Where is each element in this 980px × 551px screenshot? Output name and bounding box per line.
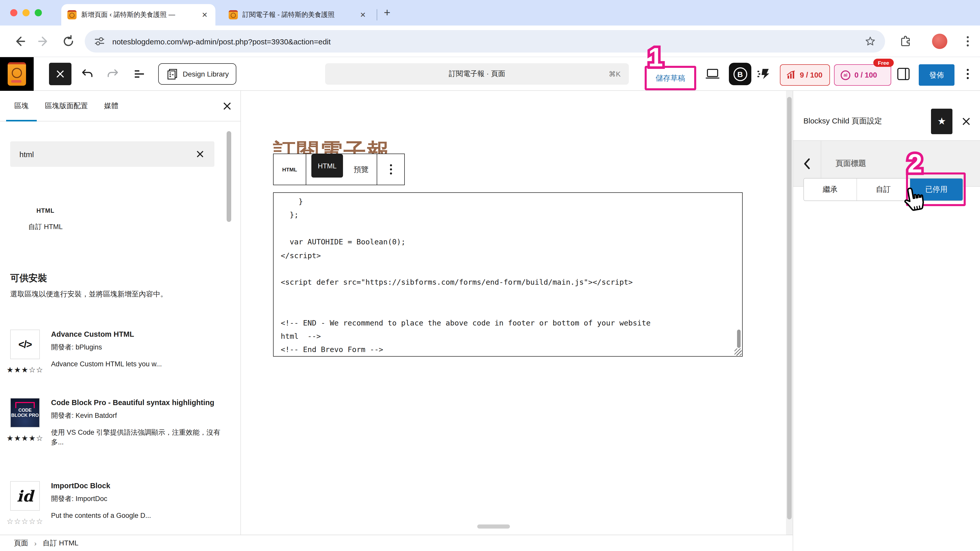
tab-title: 新增頁面 ‹ 諾特斯的美食護照 — <box>81 10 196 19</box>
redo-icon[interactable] <box>106 67 119 81</box>
browser-tab-inactive[interactable]: 訂閱電子報 - 諾特斯的美食護照 ✕ <box>223 4 374 25</box>
close-window-button[interactable] <box>10 9 18 16</box>
breadcrumb-separator-icon: › <box>34 539 37 547</box>
block-toolbar: HTML HTML 預覽 <box>273 154 405 185</box>
tab-close-icon[interactable]: ✕ <box>358 11 368 19</box>
undo-icon[interactable] <box>81 67 94 81</box>
block-options-icon[interactable] <box>377 154 404 185</box>
canvas-horizontal-scrollbar[interactable] <box>477 524 510 529</box>
browser-navbar: notesblogdemo.com/wp-admin/post.php?post… <box>0 25 980 57</box>
html-code-editor[interactable]: } }; var AUTOHIDE = Boolean(0); </script… <box>273 192 743 357</box>
reload-icon[interactable] <box>61 34 76 48</box>
settings-panel-toggle-icon[interactable] <box>897 68 910 80</box>
plugin-card-code-block-pro[interactable]: CODE BLOCK PRO ★★★★☆ Code Block Pro - Be… <box>10 398 221 447</box>
breadcrumb-root[interactable]: 頁面 <box>14 538 28 548</box>
textarea-resize-handle[interactable] <box>735 348 741 356</box>
block-result-label: 自訂 HTML <box>28 222 63 232</box>
editor-options-icon[interactable] <box>962 67 974 81</box>
command-center-button[interactable]: 訂閱電子報 · 頁面 ⌘K <box>325 63 629 85</box>
site-favicon-icon <box>229 10 238 19</box>
canvas-scrollbar-thumb[interactable] <box>787 97 792 519</box>
settings-close-icon[interactable] <box>961 116 972 127</box>
option-inherit[interactable]: 繼承 <box>804 179 857 200</box>
command-shortcut: ⌘K <box>609 70 620 78</box>
breadcrumb-current[interactable]: 自訂 HTML <box>43 538 78 548</box>
window-controls <box>10 9 42 16</box>
ai-score-badge[interactable]: ai 0 / 100 Free <box>834 64 891 86</box>
plugin-card-advance-custom-html[interactable]: </> ★★★☆☆ Advance Custom HTML 開發者: bPlug… <box>10 330 221 375</box>
design-library-button[interactable]: Design Library <box>158 63 237 85</box>
plugin-author: 開發者: bPlugins <box>51 343 162 352</box>
pin-star-button[interactable]: ★ <box>931 108 953 134</box>
ai-score-value: 0 / 100 <box>854 71 877 79</box>
plugin-description: Put the contents of a Google D... <box>51 511 151 520</box>
publish-button[interactable]: 發佈 <box>919 64 955 86</box>
tab-close-icon[interactable]: ✕ <box>200 11 209 19</box>
section-title: 頁面標題 <box>835 159 866 168</box>
browser-tab-strip: 新增頁面 ‹ 諾特斯的美食護照 — ✕ 訂閱電子報 - 諾特斯的美食護照 ✕ + <box>0 0 980 25</box>
inserter-close-icon[interactable] <box>221 100 233 112</box>
block-search-input[interactable]: html <box>10 141 215 167</box>
close-editor-button[interactable] <box>49 63 72 85</box>
tab-patterns[interactable]: 區塊版面配置 <box>37 91 96 121</box>
html-block-icon: HTML <box>37 207 55 214</box>
plugin-author: 開發者: ImportDoc <box>51 494 151 503</box>
url-bar[interactable]: notesblogdemo.com/wp-admin/post.php?post… <box>85 30 885 52</box>
inserter-scrollbar[interactable] <box>227 131 231 222</box>
plugin-card-importdoc[interactable]: id ☆☆☆☆☆ ImportDoc Block 開發者: ImportDoc … <box>10 481 221 526</box>
new-tab-button[interactable]: + <box>384 6 390 19</box>
tab-media[interactable]: 媒體 <box>96 91 127 121</box>
bookmark-star-icon[interactable] <box>865 36 876 47</box>
plugin-description: Advance Custom HTML lets you w... <box>51 359 162 369</box>
block-result-custom-html[interactable]: HTML 自訂 HTML <box>12 191 79 248</box>
rating-stars: ☆☆☆☆☆ <box>6 517 44 526</box>
back-icon[interactable] <box>12 34 27 48</box>
tune-icon[interactable] <box>94 36 105 47</box>
document-title: 訂閱電子報 · 頁面 <box>449 69 505 79</box>
plugin-name: Code Block Pro - Beautiful syntax highli… <box>51 398 221 408</box>
forward-icon[interactable] <box>37 34 51 48</box>
preview-device-icon[interactable] <box>705 67 720 81</box>
free-badge: Free <box>873 59 894 67</box>
preview-mode-tab[interactable]: 預覽 <box>345 154 377 185</box>
speed-optimizer-icon[interactable] <box>756 67 771 81</box>
editor-toolbar: Design Library 訂閱電子報 · 頁面 ⌘K 儲存草稿 B 9 / … <box>0 57 980 91</box>
back-chevron-icon <box>803 158 811 169</box>
breadcrumb: 頁面 › 自訂 HTML <box>0 535 793 551</box>
html-code-content[interactable]: } }; var AUTOHIDE = Boolean(0); </script… <box>281 195 735 357</box>
extensions-icon[interactable] <box>899 35 912 48</box>
code-editor-scrollbar[interactable] <box>737 330 741 348</box>
save-draft-button[interactable]: 儲存草稿 <box>655 73 685 83</box>
rating-stars: ★★★★☆ <box>6 433 44 443</box>
seo-score-badge[interactable]: 9 / 100 <box>780 64 830 86</box>
search-value: html <box>19 150 195 159</box>
maximize-window-button[interactable] <box>35 9 42 16</box>
browser-tab-active[interactable]: 新增頁面 ‹ 諾特斯的美食護照 — ✕ <box>61 4 215 25</box>
star-icon: ★ <box>937 115 946 127</box>
site-logo[interactable] <box>0 57 34 91</box>
url-text[interactable]: notesblogdemo.com/wp-admin/post.php?post… <box>112 37 858 46</box>
plugin-name: ImportDoc Block <box>51 481 151 491</box>
design-library-icon <box>166 68 178 80</box>
code-block-pro-icon: CODE BLOCK PRO <box>10 398 40 427</box>
profile-avatar[interactable] <box>932 34 947 49</box>
html-mode-tab[interactable]: HTML <box>311 154 343 178</box>
annotation-step-2: 22 <box>907 150 922 176</box>
tab-blocks[interactable]: 區塊 <box>6 91 37 121</box>
design-library-label: Design Library <box>183 70 229 78</box>
settings-panel-header: Blocksy Child 頁面設定 ★ <box>793 91 980 141</box>
search-clear-icon[interactable] <box>195 149 205 159</box>
brevo-icon[interactable]: B <box>729 63 751 85</box>
list-view-icon[interactable] <box>133 67 146 81</box>
installable-subheading: 選取區塊以便進行安裝，並將區塊新增至內容中。 <box>10 289 217 299</box>
inserter-tabs: 區塊 區塊版面配置 媒體 <box>0 91 240 121</box>
settings-panel-title: Blocksy Child 頁面設定 <box>803 116 923 126</box>
editor-canvas: 訂閱電子報 HTML HTML 預覽 } }; var AUTOHIDE = B… <box>242 91 786 535</box>
code-brackets-icon: </> <box>18 338 32 350</box>
minimize-window-button[interactable] <box>22 9 30 16</box>
block-type-icon[interactable]: HTML <box>274 154 306 185</box>
annotation-step-1: 11 <box>648 44 663 70</box>
chrome-menu-icon[interactable] <box>962 34 974 48</box>
site-favicon-icon <box>67 10 76 19</box>
installable-heading: 可供安裝 <box>10 272 47 284</box>
